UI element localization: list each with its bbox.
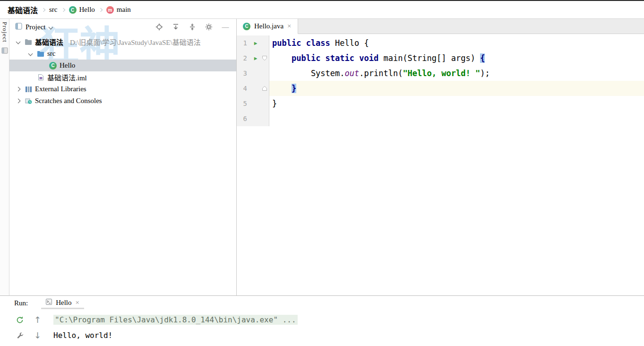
code-token: "Hello, world! " [403,69,480,78]
run-tab-label: Hello [56,299,71,307]
chevron-down-icon[interactable] [48,25,53,29]
code-token: main(String[] args) [383,53,480,63]
code-text[interactable]: } [269,96,644,111]
class-icon: C [49,62,57,69]
tree-item-1[interactable]: src [9,48,236,60]
chevron-right-icon[interactable] [16,99,20,104]
code-token: } [272,99,277,108]
code-text[interactable]: public static void main(String[] args) { [269,51,644,66]
chevron-down-icon[interactable] [16,40,20,44]
code-token [272,84,292,93]
tree-chevron-slot [26,52,34,55]
tree-item-5[interactable]: Scratches and Consoles [9,95,236,107]
code-text[interactable]: } [269,81,644,96]
code-line: 4 } [237,81,644,96]
tree-item-2[interactable]: CHello [9,60,236,71]
tree-item-label: src [47,50,56,58]
fold-marker-icon[interactable] [260,86,269,91]
breadcrumb-label: src [49,6,58,14]
project-view-icon [15,23,22,32]
chevron-down-icon[interactable] [28,52,33,56]
editor-gutter: 3 [237,66,269,81]
tree-chevron-slot [14,87,22,91]
code-text[interactable] [269,111,644,126]
editor-gutter: 1▶ [237,35,269,51]
breadcrumb-separator-icon [99,8,103,11]
line-number: 4 [237,85,251,92]
locate-icon[interactable] [155,23,163,31]
code-line: 5} [237,96,644,111]
editor-code[interactable]: 1▶public class Hello {2▶ public static v… [237,34,644,295]
main-area: Project 狂神 Project [0,19,644,295]
line-number: 6 [237,115,251,122]
run-gutter-icon[interactable]: ▶ [251,55,260,61]
tree-chevron-slot [14,40,22,43]
breadcrumb-item-2[interactable]: CHello [69,6,95,14]
scroll-from-source-icon[interactable] [172,23,180,31]
editor-tab-bar: C Hello.java × [237,19,644,34]
settings-wrench-icon[interactable] [17,332,24,339]
folder-icon [24,39,33,45]
line-number: 2 [237,54,251,62]
tree-item-0[interactable]: 基础语法D:\旧桌面\学习\JavaStudy\JavaSE\基础语法 [9,36,236,48]
project-stripe-label: Project [1,22,9,43]
tree-item-label: 基础语法 [35,37,63,47]
editor-gutter: 5 [237,96,269,111]
code-token: Hello { [335,38,369,48]
run-console[interactable]: "C:\Program Files\Java\jdk1.8.0_144\bin\… [46,310,644,346]
tree-item-label: Scratches and Consoles [35,97,102,105]
java-class-icon: C [243,23,250,30]
module-file-icon [36,74,45,81]
project-tree: 基础语法D:\旧桌面\学习\JavaStudy\JavaSE\基础语法srcCH… [9,35,236,295]
console-text: Hello, world! [53,331,112,340]
line-number: 1 [237,39,251,47]
rerun-icon[interactable] [16,316,24,324]
up-stack-icon[interactable]: ↑ [34,315,41,325]
code-line: 6 [237,111,644,126]
code-text[interactable]: public class Hello { [269,35,644,51]
editor-tab-label: Hello.java [254,22,283,30]
code-token: .println( [359,69,403,78]
run-tab-hello[interactable]: Hello × [41,297,84,309]
tree-item-label: 基础语法.iml [47,72,87,82]
breadcrumb-separator-icon [61,8,65,11]
code-token: public static void [292,53,383,63]
tree-item-3[interactable]: 基础语法.iml [9,71,236,83]
close-icon[interactable]: × [76,299,79,306]
code-token: public class [272,38,335,48]
collapse-all-icon[interactable] [188,23,197,31]
run-gutter-icon[interactable]: ▶ [251,40,260,46]
console-line: "C:\Program Files\Java\jdk1.8.0_144\bin\… [53,312,639,328]
project-stripe-tab[interactable]: Project [1,22,9,44]
code-token: System. [272,69,345,78]
breadcrumb-label: 基础语法 [8,4,38,16]
close-icon[interactable]: × [287,23,291,30]
breadcrumb-label: Hello [79,6,95,14]
run-tab-row: Run: Hello × [0,296,644,310]
editor-gutter: 4 [237,81,269,96]
breadcrumb-item-1[interactable]: src [49,6,58,14]
tree-item-label: Hello [60,61,75,69]
run-body: ↑ ↓ "C:\Program Files\Java\jdk1.8.0_144\… [0,310,644,346]
code-text[interactable]: System.out.println("Hello, world! "); [269,66,644,81]
fold-marker-icon[interactable] [260,55,269,61]
chevron-right-icon[interactable] [16,87,20,92]
tree-chevron-slot [14,99,22,103]
editor-tab-hello-java[interactable]: C Hello.java × [237,19,298,34]
tool-window-icon[interactable] [1,47,8,54]
down-stack-icon[interactable]: ↓ [34,330,41,340]
project-panel-toolbar: — [155,23,230,31]
settings-gear-icon[interactable] [205,23,213,31]
line-number: 5 [237,100,251,107]
source-folder-icon [36,51,45,57]
code-token [272,53,292,63]
project-panel-title[interactable]: Project [26,23,46,31]
breadcrumb-item-0[interactable]: 基础语法 [8,4,38,16]
tree-item-label: External Libraries [35,85,86,93]
breadcrumb-item-3[interactable]: mmain [106,6,131,14]
hide-panel-icon[interactable]: — [221,23,230,31]
editor-area: C Hello.java × 1▶public class Hello {2▶ … [237,19,644,295]
project-panel-header: Project — [9,19,236,35]
console-line: Hello, world! [53,328,639,343]
tree-item-4[interactable]: External Libraries [9,83,236,95]
